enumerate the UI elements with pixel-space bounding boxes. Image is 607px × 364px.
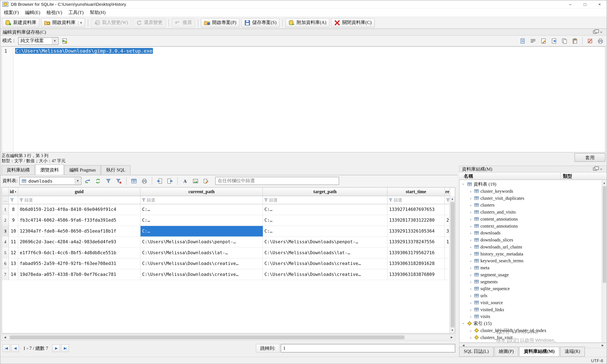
table-row[interactable]: 7 14 19d78eda-a057-4338-87b0-0ef76caac78… xyxy=(2,269,450,280)
float-panel-icon[interactable] xyxy=(592,166,598,172)
tab-db-schema[interactable]: 資料庫結構(M) xyxy=(519,347,559,357)
table-row[interactable]: 1 8 0b6d0159-21d3-4f0a-8410-69e0469f91c4… xyxy=(2,204,450,215)
chevron-right-icon[interactable]: › xyxy=(469,196,473,201)
cell-id[interactable]: 11 xyxy=(9,237,18,248)
chevron-right-icon[interactable]: › xyxy=(469,293,473,298)
scroll-up-icon[interactable]: ▲ xyxy=(450,197,455,201)
chevron-right-icon[interactable]: › xyxy=(469,300,473,305)
cell-target-path[interactable]: C:… xyxy=(263,215,387,226)
cell-current-path[interactable]: C:… xyxy=(141,204,263,215)
tree-table-item[interactable]: › downloads xyxy=(460,229,607,236)
cell-id[interactable]: 10 xyxy=(9,226,18,237)
refresh-button[interactable] xyxy=(94,177,102,185)
apply-button[interactable]: 套用 xyxy=(575,153,606,162)
filter-corner[interactable]: … xyxy=(2,196,9,204)
chevron-right-icon[interactable]: › xyxy=(469,307,473,312)
cell-guid[interactable]: e1f7f6c9-6dc1-4cc6-8bf5-4d8db8ce551b xyxy=(18,248,141,259)
tree-table-item[interactable]: › cluster_visit_duplicates xyxy=(460,195,607,202)
tab-database-structure[interactable]: 資料庫結構 xyxy=(2,165,35,175)
tree-table-item[interactable]: › visit_source xyxy=(460,299,607,306)
chevron-right-icon[interactable]: › xyxy=(469,252,473,256)
table-row[interactable]: 2 9 fb3c4714-6062-4586-9fa6-f33fda391ed5… xyxy=(2,215,450,226)
chevron-right-icon[interactable]: › xyxy=(469,210,473,214)
row-number[interactable]: 6 xyxy=(2,259,9,270)
import-data-button[interactable] xyxy=(518,37,527,45)
tree-table-item[interactable]: › downloads_url_chains xyxy=(460,243,607,250)
scroll-right-icon[interactable]: ▶ xyxy=(600,344,606,347)
close-button[interactable]: × xyxy=(592,0,607,8)
table-vertical-scrollbar[interactable]: ▲ ▼ xyxy=(449,196,455,333)
tree-vertical-scrollbar[interactable]: ▲ xyxy=(602,180,607,343)
chevron-right-icon[interactable]: › xyxy=(469,189,473,194)
tab-execute-sql[interactable]: 執行 SQL xyxy=(101,165,131,175)
font-button[interactable]: A xyxy=(181,177,189,185)
row-number[interactable]: 2 xyxy=(2,215,9,226)
image-view-button[interactable] xyxy=(191,177,200,185)
chevron-right-icon[interactable]: › xyxy=(469,328,473,333)
scroll-left-icon[interactable]: ◀ xyxy=(2,336,8,339)
cell-current-path[interactable]: C:\Users\Melissa\Downloads\lat-… xyxy=(141,248,263,259)
cell-guid[interactable]: 0b6d0159-21d3-4f0a-8410-69e0469f91c4 xyxy=(18,204,141,215)
tab-edit-pragmas[interactable]: 編輯 Pragmas xyxy=(64,165,101,175)
column-header-target-path[interactable]: target_path xyxy=(263,188,387,196)
tree-table-item[interactable]: › clusters xyxy=(460,202,607,209)
tree-table-item[interactable]: › downloads_slices xyxy=(460,236,607,244)
cell-current-path[interactable]: C:… xyxy=(141,226,263,237)
scroll-up-icon[interactable]: ▲ xyxy=(602,181,607,185)
tree-index-item[interactable]: › clusters_for_visit xyxy=(460,334,607,341)
cell-target-path[interactable]: C:\Users\Melissa\Downloads\penpot-… xyxy=(263,237,387,248)
cell-guid[interactable]: 20696c2d-3aec-4284-a4a2-983de6d4fe93 xyxy=(18,237,141,248)
popup-table-button[interactable] xyxy=(130,177,138,185)
table-row[interactable]: 4 11 20696c2d-3aec-4284-a4a2-983de6d4fe9… xyxy=(2,237,450,248)
chevron-right-icon[interactable]: › xyxy=(469,314,473,319)
tree-group-indexes[interactable]: › 索引 (15) xyxy=(460,320,607,327)
cell-target-path[interactable]: C:… xyxy=(263,226,387,237)
table-horizontal-scrollbar[interactable]: ◀ ▶ xyxy=(2,334,455,340)
filter-input-guid[interactable]: 篩選 xyxy=(18,196,141,204)
tab-browse-data[interactable]: 瀏覽資料 xyxy=(35,164,64,175)
word-wrap-button[interactable] xyxy=(529,37,537,45)
attach-database-button[interactable]: 附加資料庫(A) xyxy=(285,18,329,27)
filter-input-start-time[interactable]: 篩選 xyxy=(387,196,445,204)
chevron-expanded-icon[interactable]: › xyxy=(462,182,466,186)
print-cell-button[interactable] xyxy=(596,37,605,45)
close-panel-icon[interactable]: × xyxy=(598,166,604,172)
scrollbar-thumb[interactable] xyxy=(10,336,405,339)
cell-target-path[interactable]: C:\Users\Melissa\Downloads\lat-… xyxy=(263,248,387,259)
close-panel-icon[interactable]: × xyxy=(598,29,604,35)
tab-remote[interactable]: 遠端(R) xyxy=(560,347,585,357)
cell-target-path[interactable]: C:\Users\Melissa\Downloads\creative… xyxy=(263,269,387,280)
table-row[interactable]: 6 13 fabad955-2a59-42f0-92fb-f63ee708ed3… xyxy=(2,259,450,270)
tree-table-item[interactable]: › segment_usage xyxy=(460,271,607,278)
first-record-button[interactable]: |◀ xyxy=(2,344,10,352)
paste-cell-button[interactable] xyxy=(571,37,579,45)
menu-edit[interactable]: 編輯(E) xyxy=(22,8,43,16)
menu-view[interactable]: 檢視(V) xyxy=(43,8,65,16)
chevron-right-icon[interactable]: › xyxy=(469,237,473,242)
cell-id[interactable]: 14 xyxy=(9,269,18,280)
tab-plot[interactable]: 繪圖(P) xyxy=(494,347,519,357)
cell-current-path[interactable]: C:… xyxy=(141,215,263,226)
chevron-right-icon[interactable]: › xyxy=(469,335,473,340)
minimize-button[interactable]: – xyxy=(563,0,578,8)
table-row[interactable]: 5 12 e1f7f6c9-6dc1-4cc6-8bf5-4d8db8ce551… xyxy=(2,248,450,259)
cell-start-time[interactable]: 13392714607697653 xyxy=(387,204,445,215)
print-button[interactable] xyxy=(140,177,149,185)
open-database-button[interactable]: 開啟資料庫 ▾ xyxy=(41,18,85,27)
new-database-button[interactable]: 新建資料庫 xyxy=(2,18,40,27)
cell-start-time[interactable]: 13392913326105364 xyxy=(387,226,445,237)
column-header-guid[interactable]: guid xyxy=(18,188,141,196)
tab-sql-log[interactable]: SQL 日誌(L) xyxy=(459,347,493,357)
scrollbar-thumb[interactable] xyxy=(450,202,454,327)
cell-start-time[interactable]: 13393063179562716 xyxy=(387,248,445,259)
tree-table-item[interactable]: › segments xyxy=(460,278,607,285)
cell-guid[interactable]: 19d78eda-a057-4338-87b0-0ef76caac781 xyxy=(18,269,141,280)
last-record-button[interactable]: ▶| xyxy=(61,344,69,352)
cell-guid[interactable]: fabad955-2a59-42f0-92fb-f63ee708ed31 xyxy=(18,259,141,270)
chevron-right-icon[interactable]: › xyxy=(469,231,473,235)
tree-table-item[interactable]: › clusters_and_visits xyxy=(460,209,607,216)
tree-table-item[interactable]: › cluster_keywords xyxy=(460,188,607,195)
chevron-expanded-icon[interactable]: › xyxy=(462,322,466,325)
cell-start-time[interactable]: 13393063182891628 xyxy=(387,259,445,270)
next-record-button[interactable]: ▶ xyxy=(53,344,60,352)
